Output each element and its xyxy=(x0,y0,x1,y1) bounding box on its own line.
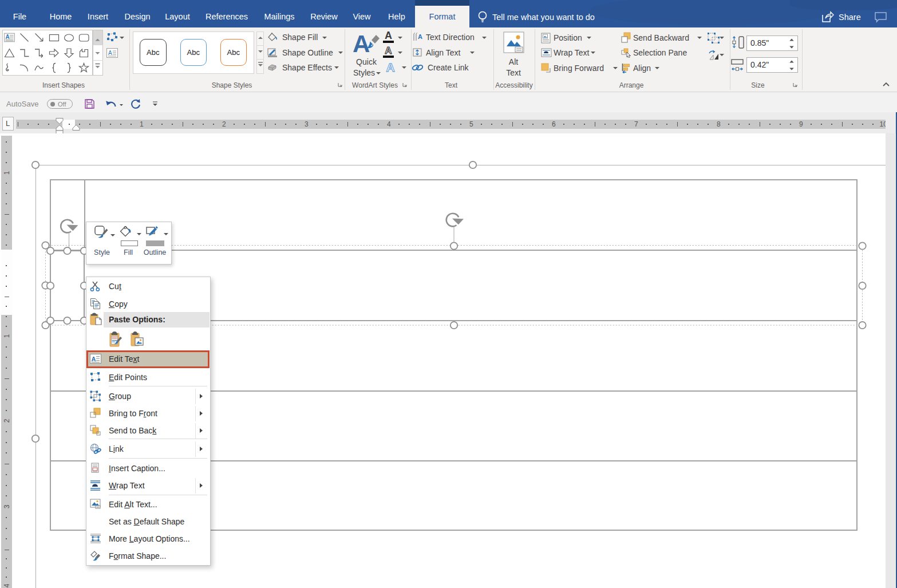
svg-text:A: A xyxy=(353,31,370,57)
svg-text:A: A xyxy=(92,356,96,362)
svg-text:A: A xyxy=(418,33,422,40)
svg-text:A: A xyxy=(6,34,10,40)
